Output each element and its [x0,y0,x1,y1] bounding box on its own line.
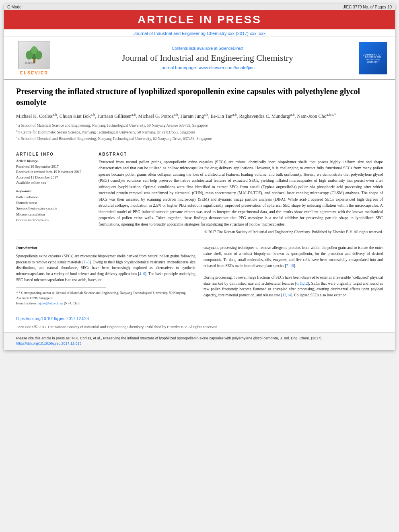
ref-7-10[interactable]: 7–10 [286,264,294,268]
keyword-4: Microencapsulation [16,212,90,217]
abstract-text: Extracted from natural pollen grains, sp… [99,159,383,228]
elsevier-brand-text: ELSEVIER [20,70,48,75]
svg-text:ELSEVIER: ELSEVIER [25,62,35,64]
keyword-5: Hollow microcapsules [16,217,90,223]
article-title: Preserving the inflated structure of lyo… [16,86,383,108]
info-abstract-columns: ARTICLE INFO Article history: Received 1… [16,152,383,235]
contents-line: Contents lists available at ScienceDirec… [56,46,359,51]
ref-1-3[interactable]: 1–3 [84,260,89,264]
journal-code: JIEC 3779 No. of Pages 10 [343,5,392,9]
journal-url[interactable]: www.elsevier.com/locate/jiec [198,65,254,70]
body-left-col: Introduction Sporopollenin exine capsule… [16,245,195,306]
issn-text: 1226-086X/© 2017 The Korean Society of I… [16,325,218,329]
elsevier-logo-box: ELSEVIER [18,41,50,69]
accepted-date: Accepted 11 December 2017 [16,175,90,181]
authors-line: Michael K. Corlissa,b, Chuan Kiat Boka,b… [16,112,383,120]
article-in-press-banner: ARTICLE IN PRESS [4,10,395,29]
affiliation-b: b b Centre for Biomimetic Sensor Science… [16,129,383,135]
ref-13-14[interactable]: 13,14 [282,293,291,297]
article-info-heading: ARTICLE INFO [16,152,90,156]
keywords-label: Keywords: [16,189,90,193]
keyword-2: Osmotic stress [16,200,90,205]
elsevier-tree-icon: ELSEVIER [23,46,45,64]
journal-line-text: Journal of Industrial and Engineering Ch… [134,31,265,36]
intro-heading: Introduction [16,245,195,251]
abstract-col: ABSTRACT Extracted from natural pollen g… [99,152,383,235]
g-model-bar: G Model JIEC 3779 No. of Pages 10 [4,4,395,10]
doi-link[interactable]: https://doi.org/10.1016/j.jiec.2017.12.0… [16,316,89,321]
svg-point-4 [31,46,37,54]
section-divider-1 [16,147,383,147]
jiec-logo-text: JOURNAL OF INDUSTRIAL AND ENGINEERING CH… [363,53,383,63]
footnote-divider [16,288,106,288]
journal-title-block: Contents lists available at ScienceDirec… [56,46,359,70]
journal-logo-right: JOURNAL OF INDUSTRIAL AND ENGINEERING CH… [359,42,387,74]
abstract-heading: ABSTRACT [99,152,383,156]
intro-left-text: Sporopollenin exine capsules (SECs) are … [16,254,195,282]
section-divider-2 [16,240,383,240]
email-link[interactable]: njcho@ntu.edu.sg [38,301,63,305]
citation-text: Please cite this article in press as: M.… [16,336,323,340]
affiliation-a: a a School of Materials Science and Engi… [16,123,383,128]
article-content: Preserving the inflated structure of lyo… [4,80,395,312]
doi-bar: https://doi.org/10.1016/j.jiec.2017.12.0… [4,312,395,324]
footnote-email: E-mail address: njcho@ntu.edu.sg (N.-J. … [16,301,195,306]
copyright-text: © 2017 The Korean Society of Industrial … [99,230,383,235]
journal-masthead: ELSEVIER ELSEVIER Contents lists availab… [4,37,395,80]
issn-bar: 1226-086X/© 2017 The Korean Society of I… [4,324,395,332]
footnote-corresponding: * * Corresponding author at: School of M… [16,290,195,301]
citation-doi-link[interactable]: https://doi.org/10.1016/j.jiec.2017.12.0… [16,341,82,345]
journal-header-line: Journal of Industrial and Engineering Ch… [4,29,395,37]
ref-6-11-12[interactable]: 6,11,12 [296,281,308,286]
ref-4-6[interactable]: 4–6 [139,272,145,276]
article-info-col: ARTICLE INFO Article history: Received 1… [16,152,90,235]
keyword-1: Pollen inflation [16,194,90,200]
body-columns: Introduction Sporopollenin exine capsule… [16,245,383,306]
intro-body-left: Introduction Sporopollenin exine capsule… [16,245,195,283]
received-date: Received 10 September 2017 [16,164,90,170]
banner-title: ARTICLE IN PRESS [138,13,261,26]
citation-banner: Please cite this article in press as: M.… [4,332,395,350]
elsevier-logo: ELSEVIER ELSEVIER [12,41,56,75]
affiliation-c: c c School of Chemical and Biomedical En… [16,136,383,142]
g-model-label: G Model [7,5,23,9]
sciencedirect-link[interactable]: ScienceDirect [218,46,243,51]
intro-body-right: enzymatic processing techniques to remov… [204,245,383,298]
journal-main-title: Journal of Industrial and Engineering Ch… [56,52,359,64]
article-history-label: Article history: [16,159,90,163]
journal-homepage: journal homepage: www.elsevier.com/locat… [56,65,359,70]
keyword-3: Sporopollenin exine capsule [16,205,90,211]
body-right-col: enzymatic processing techniques to remov… [204,245,383,306]
revised-date: Received in revised form 19 November 201… [16,169,90,175]
page: G Model JIEC 3779 No. of Pages 10 ARTICL… [4,4,395,350]
online-date: Available online xxx [16,180,90,186]
